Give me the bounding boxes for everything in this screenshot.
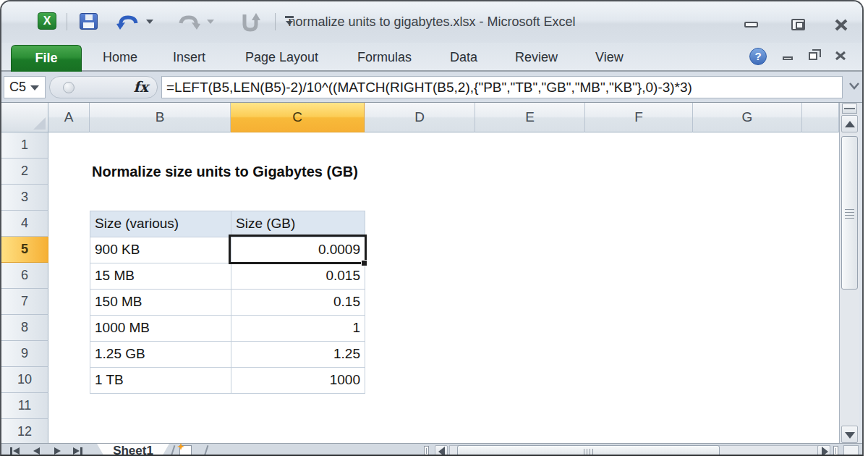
row-header-11[interactable]: 11 (1, 393, 48, 419)
row-header-5-selected[interactable]: 5 (1, 237, 48, 263)
excel-window: X normalize units to gigabytes.xlsx - Mi… (0, 0, 864, 456)
formula-bar-circle (63, 82, 75, 93)
help-icon[interactable]: ? (749, 48, 767, 65)
workbook-restore-button[interactable] (809, 52, 817, 60)
table-cell-b9[interactable]: 1.25 GB (90, 342, 231, 368)
ribbon-tab-row: File Home Insert Page Layout Formulas Da… (1, 43, 862, 72)
select-all-corner[interactable] (1, 103, 48, 132)
row-header-2[interactable]: 2 (1, 159, 48, 185)
table-cell-c6[interactable]: 0.015 (231, 263, 365, 290)
row-header-3[interactable]: 3 (1, 185, 48, 211)
sheet-tab-bar: Sheet1 (1, 443, 862, 456)
sheet-title-cell[interactable]: Normalize size units to Gigabytes (GB) (92, 159, 358, 185)
tab-review[interactable]: Review (515, 50, 558, 65)
tab-area-split-handle[interactable] (424, 446, 429, 456)
scrollbar-corner (843, 445, 859, 456)
column-header-g[interactable]: G (693, 103, 802, 132)
row-header-6[interactable]: 6 (1, 263, 48, 289)
sheet-grid[interactable]: 1 2 3 4 5 6 7 8 9 10 11 12 Normalize siz… (1, 132, 839, 444)
vertical-split-handle[interactable] (842, 104, 857, 114)
tab-file[interactable]: File (11, 45, 82, 72)
fill-handle[interactable] (361, 260, 367, 266)
window-title: normalize units to gigabytes.xlsx - Micr… (1, 14, 862, 30)
column-header-b[interactable]: B (90, 103, 231, 132)
formula-input[interactable]: =LEFT(B5,LEN(B5)-2)/10^((MATCH(RIGHT(B5,… (161, 76, 843, 98)
column-header-e[interactable]: E (475, 103, 585, 132)
row-header-9[interactable]: 9 (1, 341, 48, 367)
table-cell-b6[interactable]: 15 MB (90, 263, 231, 290)
scroll-right-icon (822, 447, 828, 456)
tab-divider (204, 445, 209, 456)
table-cell-c10[interactable]: 1000 (231, 368, 365, 394)
table-cell-c8[interactable]: 1 (231, 316, 365, 342)
table-cell-b8[interactable]: 1000 MB (90, 316, 231, 342)
table-cell-c7[interactable]: 0.15 (231, 290, 365, 316)
vertical-scroll-thumb[interactable] (841, 136, 858, 290)
row-header-7[interactable]: 7 (1, 289, 48, 315)
vertical-scrollbar[interactable] (839, 103, 859, 444)
formula-bar: C5 fx =LEFT(B5,LEN(B5)-2)/10^((MATCH(RIG… (1, 72, 862, 103)
workbook-minimize-button[interactable] (783, 56, 793, 60)
horizontal-scroll-thumb[interactable] (457, 445, 720, 456)
selection-border (229, 235, 367, 264)
scroll-down-button[interactable] (841, 426, 858, 443)
scroll-left-button[interactable] (435, 445, 448, 456)
tab-home[interactable]: Home (103, 50, 137, 65)
table-cell-b10[interactable]: 1 TB (90, 368, 231, 394)
insert-function-icon[interactable]: fx (133, 78, 148, 96)
table-header-cell[interactable]: Size (GB) (231, 211, 365, 237)
workbook-close-button[interactable] (835, 51, 846, 61)
tab-divider (171, 445, 176, 456)
scroll-right-button[interactable] (817, 445, 830, 456)
table-cell-b5[interactable]: 900 KB (90, 237, 231, 263)
row-header-10[interactable]: 10 (1, 367, 48, 393)
select-all-triangle-icon (33, 117, 46, 130)
column-header-c-selected[interactable]: C (231, 103, 365, 132)
window-minimize-button[interactable] (744, 22, 758, 28)
scroll-left-icon (438, 447, 445, 456)
table-cell-b7[interactable]: 150 MB (90, 290, 231, 316)
sheet-tab-sheet1[interactable]: Sheet1 (97, 444, 169, 456)
scroll-up-icon (845, 121, 855, 127)
scroll-down-icon (845, 432, 855, 439)
name-box-dropdown-icon[interactable] (30, 85, 39, 90)
tab-view[interactable]: View (595, 50, 624, 65)
column-header-d[interactable]: D (365, 103, 475, 132)
insert-worksheet-star-icon (177, 443, 184, 450)
name-box[interactable]: C5 (4, 76, 46, 98)
row-header-12[interactable]: 12 (1, 419, 48, 444)
scroll-up-button[interactable] (841, 115, 858, 132)
next-sheet-button[interactable] (49, 445, 65, 456)
expand-formula-bar-icon[interactable] (848, 82, 861, 90)
table-header-cell[interactable]: Size (various) (90, 211, 231, 237)
tab-page-layout[interactable]: Page Layout (245, 50, 318, 65)
column-header-a[interactable]: A (48, 103, 90, 132)
formula-bar-pill: fx (49, 76, 158, 98)
column-header-f[interactable]: F (585, 103, 693, 132)
titlebar: X normalize units to gigabytes.xlsx - Mi… (1, 1, 862, 43)
row-header-8[interactable]: 8 (1, 315, 48, 341)
tab-data[interactable]: Data (450, 50, 477, 65)
column-header-partial[interactable] (802, 103, 839, 132)
window-close-button[interactable] (834, 19, 848, 31)
scrollbar-split-handle[interactable] (833, 446, 838, 456)
insert-worksheet-icon[interactable] (179, 445, 192, 456)
window-restore-button[interactable] (791, 19, 805, 30)
row-header-1[interactable]: 1 (1, 132, 48, 159)
first-sheet-button[interactable] (7, 445, 23, 456)
table-cell-c9[interactable]: 1.25 (231, 342, 365, 368)
column-headers: A B C D E F G (1, 103, 839, 132)
tab-formulas[interactable]: Formulas (357, 50, 412, 65)
row-header-4[interactable]: 4 (1, 211, 48, 237)
last-sheet-button[interactable] (69, 445, 85, 456)
tab-insert[interactable]: Insert (173, 50, 205, 65)
previous-sheet-button[interactable] (29, 445, 45, 456)
